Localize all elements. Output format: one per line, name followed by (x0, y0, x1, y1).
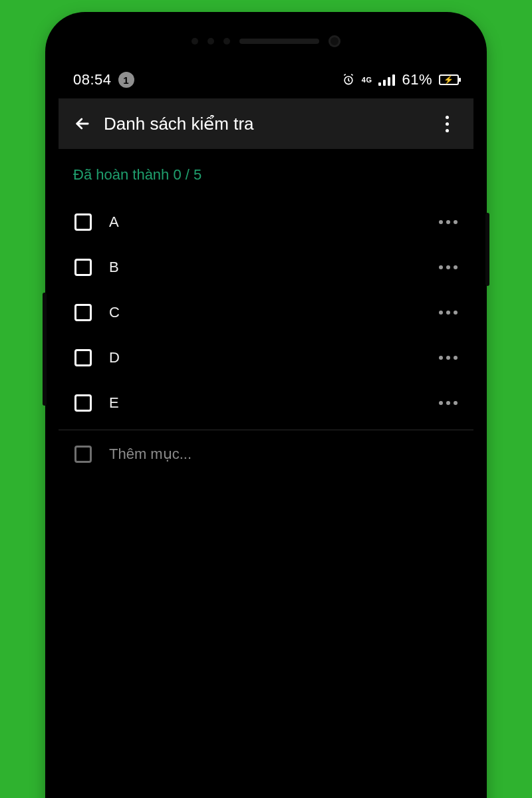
alarm-icon (342, 73, 355, 86)
checkbox[interactable] (74, 349, 92, 366)
signal-icon (378, 74, 395, 86)
checklist-content: Đã hoàn thành 0 / 5 ABCDE Thêm mục... (59, 149, 473, 478)
add-item-checkbox-icon (74, 446, 92, 463)
item-more-button[interactable] (439, 311, 460, 315)
checklist-item[interactable]: A (72, 200, 460, 245)
checklist-item-label: B (109, 259, 422, 276)
checklist-item[interactable]: E (72, 380, 460, 426)
overflow-menu-button[interactable] (430, 106, 464, 141)
checklist-item-label: E (109, 394, 422, 412)
phone-bezel-top (47, 32, 485, 51)
item-more-button[interactable] (439, 265, 460, 269)
checklist-item-label: C (109, 304, 422, 321)
app-bar: Danh sách kiểm tra (59, 98, 473, 149)
progress-text: Đã hoàn thành 0 / 5 (72, 149, 460, 200)
item-more-button[interactable] (439, 220, 460, 224)
notification-count-badge: 1 (118, 72, 134, 88)
add-item-row[interactable]: Thêm mục... (72, 430, 460, 478)
screen: 08:54 1 4G 61% ⚡ (59, 61, 473, 798)
checkbox[interactable] (74, 259, 92, 276)
page-title: Danh sách kiểm tra (104, 114, 430, 134)
checkbox[interactable] (74, 304, 92, 321)
checklist-item[interactable]: D (72, 335, 460, 380)
checklist-item[interactable]: B (72, 245, 460, 290)
back-button[interactable] (65, 106, 100, 141)
checkbox[interactable] (74, 213, 92, 231)
battery-text: 61% (402, 71, 432, 88)
phone-frame: 08:54 1 4G 61% ⚡ (47, 13, 485, 798)
status-time: 08:54 (73, 71, 112, 88)
item-more-button[interactable] (439, 356, 460, 360)
status-bar: 08:54 1 4G 61% ⚡ (59, 61, 473, 98)
checkbox[interactable] (74, 394, 92, 412)
checklist-items: ABCDE (72, 200, 460, 426)
checklist-item[interactable]: C (72, 290, 460, 335)
checklist-item-label: D (109, 349, 422, 366)
battery-charging-icon: ⚡ (439, 74, 459, 85)
add-item-placeholder: Thêm mục... (109, 446, 192, 463)
checklist-item-label: A (109, 213, 422, 231)
network-type-icon: 4G (362, 76, 372, 83)
item-more-button[interactable] (439, 401, 460, 405)
